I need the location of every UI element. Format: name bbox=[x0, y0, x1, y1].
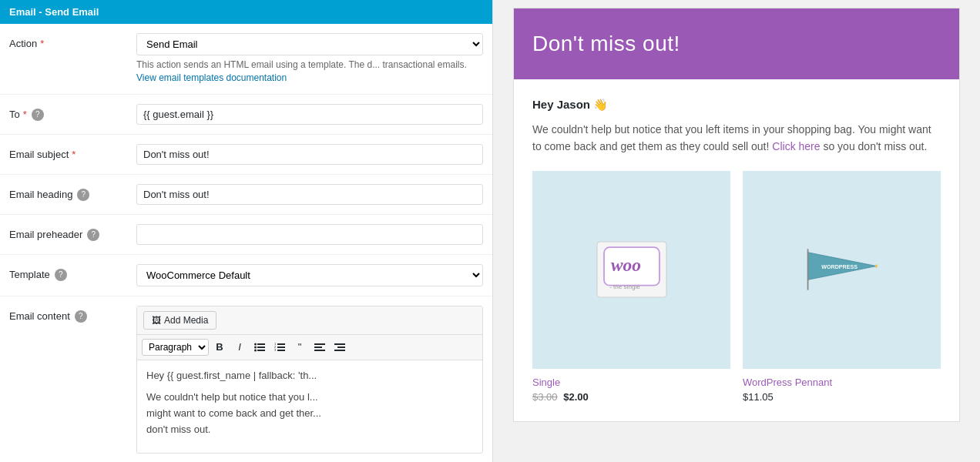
svg-rect-14 bbox=[314, 350, 325, 351]
editor-toolbar: Paragraph B I 123 " bbox=[137, 335, 482, 360]
heading-label: Email heading ? bbox=[9, 184, 136, 201]
email-body-text: We couldn't help but notice that you lef… bbox=[532, 121, 941, 156]
svg-rect-1 bbox=[257, 346, 265, 348]
svg-rect-16 bbox=[337, 346, 345, 348]
preheader-label: Email preheader ? bbox=[9, 224, 136, 241]
content-field: 🖼 Add Media Paragraph B I bbox=[136, 306, 483, 454]
preheader-row: Email preheader ? bbox=[0, 215, 492, 255]
subject-row: Email subject * bbox=[0, 135, 492, 175]
svg-text:woo: woo bbox=[611, 255, 641, 275]
woo-logo-svg: woo - the single bbox=[589, 235, 674, 304]
heading-info-icon[interactable]: ? bbox=[77, 189, 89, 201]
product-single-price-2: $11.05 bbox=[743, 391, 774, 403]
preheader-input[interactable] bbox=[136, 224, 483, 245]
content-label: Email content ? bbox=[9, 306, 136, 323]
to-required-star: * bbox=[23, 109, 27, 120]
add-media-bar: 🖼 Add Media bbox=[137, 306, 482, 335]
product-price-1: $3.00 $2.00 bbox=[532, 391, 730, 403]
media-icon: 🖼 bbox=[152, 315, 161, 326]
to-info-icon[interactable]: ? bbox=[32, 109, 44, 121]
panel-title: Email - Send Email bbox=[9, 6, 99, 18]
product-old-price-1: $3.00 bbox=[532, 391, 558, 403]
product-image-2: WORDPRESS bbox=[743, 171, 941, 369]
paragraph-select[interactable]: Paragraph bbox=[142, 339, 209, 356]
svg-point-3 bbox=[254, 343, 257, 345]
add-media-button[interactable]: 🖼 Add Media bbox=[143, 311, 216, 330]
svg-rect-0 bbox=[257, 343, 265, 345]
action-link[interactable]: View email templates documentation bbox=[136, 72, 287, 83]
product-name-1: Single bbox=[532, 377, 730, 388]
product-link-1[interactable]: Single bbox=[532, 377, 560, 388]
products-grid: woo - the single Single $3.00 $2.00 bbox=[532, 171, 941, 403]
action-label: Action * bbox=[9, 33, 136, 49]
svg-text:- the single: - the single bbox=[609, 283, 640, 290]
blockquote-button[interactable]: " bbox=[290, 338, 309, 357]
editor-wrap: 🖼 Add Media Paragraph B I bbox=[136, 306, 483, 454]
content-info-icon[interactable]: ? bbox=[75, 310, 87, 323]
svg-rect-2 bbox=[257, 350, 265, 351]
subject-label: Email subject * bbox=[9, 144, 136, 160]
product-name-2: WordPress Pennant bbox=[743, 377, 941, 388]
product-new-price-1: $2.00 bbox=[563, 391, 589, 403]
heading-row: Email heading ? bbox=[0, 175, 492, 215]
editor-line1: Hey {{ guest.first_name | fallback: 'th.… bbox=[146, 368, 473, 384]
content-row: Email content ? 🖼 Add Media Paragraph bbox=[0, 296, 492, 462]
heading-field bbox=[136, 184, 483, 205]
product-item-2: WORDPRESS WordPress Pennant $11.05 bbox=[743, 171, 941, 403]
align-right-button[interactable] bbox=[331, 338, 349, 357]
template-info-icon[interactable]: ? bbox=[55, 269, 67, 281]
right-panel: Don't miss out! Hey Jason 👋 We couldn't … bbox=[493, 0, 980, 462]
italic-button[interactable]: I bbox=[230, 338, 249, 357]
click-here-link[interactable]: Click here bbox=[772, 140, 820, 152]
to-label: To * ? bbox=[9, 104, 136, 121]
subject-input[interactable] bbox=[136, 144, 483, 165]
email-preview-header: Don't miss out! bbox=[514, 8, 959, 79]
template-field: WooCommerce Default bbox=[136, 264, 483, 286]
template-select[interactable]: WooCommerce Default bbox=[136, 264, 483, 286]
preheader-info-icon[interactable]: ? bbox=[87, 229, 99, 241]
editor-content[interactable]: Hey {{ guest.first_name | fallback: 'th.… bbox=[137, 360, 482, 453]
to-row: To * ? bbox=[0, 95, 492, 135]
product-link-2[interactable]: WordPress Pennant bbox=[743, 377, 832, 388]
product-item-1: woo - the single Single $3.00 $2.00 bbox=[532, 171, 730, 403]
email-preview-title: Don't miss out! bbox=[532, 32, 941, 56]
subject-field bbox=[136, 144, 483, 165]
unordered-list-button[interactable] bbox=[250, 338, 269, 357]
template-label: Template ? bbox=[9, 264, 136, 281]
product-price-2: $11.05 bbox=[743, 391, 941, 403]
ordered-list-button[interactable]: 123 bbox=[270, 338, 289, 357]
svg-point-4 bbox=[254, 346, 257, 348]
template-row: Template ? WooCommerce Default bbox=[0, 255, 492, 296]
action-desc: This action sends an HTML email using a … bbox=[136, 59, 483, 85]
email-greeting: Hey Jason 👋 bbox=[532, 98, 941, 112]
email-preview-body: Hey Jason 👋 We couldn't help but notice … bbox=[514, 79, 959, 421]
required-star: * bbox=[40, 38, 44, 49]
action-row: Action * Send Email This action sends an… bbox=[0, 24, 492, 95]
form-body: Action * Send Email This action sends an… bbox=[0, 24, 492, 462]
svg-rect-15 bbox=[334, 343, 345, 345]
editor-line2: We couldn't help but notice that you l..… bbox=[146, 390, 473, 437]
svg-rect-13 bbox=[314, 346, 322, 348]
to-input[interactable] bbox=[136, 104, 483, 125]
action-field: Send Email This action sends an HTML ema… bbox=[136, 33, 483, 85]
panel-header: Email - Send Email bbox=[0, 0, 492, 24]
action-select[interactable]: Send Email bbox=[136, 33, 483, 55]
product-image-1: woo - the single bbox=[532, 171, 730, 369]
svg-rect-6 bbox=[277, 343, 285, 345]
svg-rect-7 bbox=[277, 346, 285, 348]
svg-rect-12 bbox=[314, 343, 325, 345]
heading-input[interactable] bbox=[136, 184, 483, 205]
svg-point-5 bbox=[254, 349, 257, 351]
svg-rect-8 bbox=[277, 350, 285, 351]
preheader-field bbox=[136, 224, 483, 245]
email-preview: Don't miss out! Hey Jason 👋 We couldn't … bbox=[513, 8, 960, 422]
wp-pennant-svg: WORDPRESS bbox=[796, 239, 888, 300]
svg-rect-17 bbox=[334, 350, 345, 351]
svg-text:WORDPRESS: WORDPRESS bbox=[821, 264, 858, 270]
left-panel: Email - Send Email Action * Send Email T… bbox=[0, 0, 493, 462]
bold-button[interactable]: B bbox=[210, 338, 229, 357]
subject-required-star: * bbox=[72, 149, 76, 160]
to-field bbox=[136, 104, 483, 125]
svg-text:3: 3 bbox=[274, 348, 277, 352]
align-left-button[interactable] bbox=[310, 338, 329, 357]
